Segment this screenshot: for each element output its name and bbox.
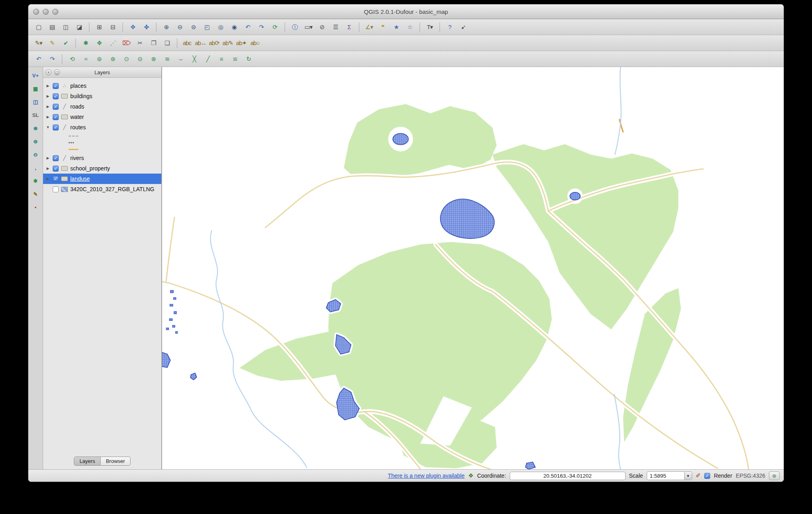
field-calculator-button[interactable]: Σ xyxy=(343,21,355,33)
layer-row-rivers[interactable]: rivers xyxy=(43,153,161,163)
move-label-button[interactable]: ab↔ xyxy=(194,37,207,49)
split-parts-button[interactable]: ╳ xyxy=(188,53,200,65)
layer-row-landuse[interactable]: landuse xyxy=(43,174,161,184)
layer-visibility-checkbox[interactable] xyxy=(53,114,59,120)
show-hidden-labels-button[interactable]: ab○ xyxy=(249,37,261,49)
merge-attributes-button[interactable]: ≌ xyxy=(229,53,241,65)
plugin-icon[interactable]: ❖ xyxy=(468,472,473,479)
labeling-button[interactable]: abc xyxy=(181,37,193,49)
zoom-full-button[interactable]: ◰ xyxy=(201,21,213,33)
move-feature-button[interactable]: ✥ xyxy=(93,37,105,49)
rotate-point-symbols-button[interactable]: ↻ xyxy=(242,53,255,65)
zoom-last-button[interactable]: ↶ xyxy=(242,21,254,33)
save-layer-edits-button[interactable]: ✔ xyxy=(59,37,72,49)
layer-row[interactable] xyxy=(43,132,161,139)
save-project-button[interactable]: ◫ xyxy=(59,21,72,33)
add-postgis-layer-button[interactable]: ◫ xyxy=(30,97,41,107)
redo-button[interactable]: ↷ xyxy=(46,53,58,65)
panel-close-button[interactable]: × xyxy=(46,69,51,75)
add-wfs-layer-button[interactable]: ⊝ xyxy=(30,149,41,160)
layer-row-3420c-2010-327-rgb-latlng[interactable]: 3420C_2010_327_RGB_LATLNG xyxy=(43,184,161,194)
expand-arrow-icon[interactable] xyxy=(46,177,50,181)
expand-arrow-icon[interactable] xyxy=(46,166,50,170)
remove-layer-button[interactable]: ▪ xyxy=(30,202,41,212)
coordinate-input[interactable] xyxy=(510,472,626,480)
crs-status-button[interactable]: ⊕ xyxy=(769,471,780,480)
add-ring-button[interactable]: ⊚ xyxy=(93,53,105,65)
add-oracle-layer-button[interactable]: ✎ xyxy=(30,189,41,199)
zoom-out-button[interactable]: ⊖ xyxy=(174,21,186,33)
layer-row-places[interactable]: places xyxy=(43,81,161,91)
fill-ring-button[interactable]: ⊙ xyxy=(120,53,133,65)
text-annotation-button[interactable]: T▾ xyxy=(424,21,436,33)
minimize-window-button[interactable] xyxy=(43,9,49,15)
layer-visibility-checkbox[interactable] xyxy=(53,93,59,99)
layer-visibility-checkbox[interactable] xyxy=(53,83,59,89)
add-wms-layer-button[interactable]: ⊛ xyxy=(30,123,41,133)
composer-manager-button[interactable]: ⊟ xyxy=(107,21,119,33)
paste-features-button[interactable]: ❏ xyxy=(161,37,173,49)
pin-labels-button[interactable]: ab✦ xyxy=(235,37,248,49)
layer-visibility-checkbox[interactable] xyxy=(53,166,59,172)
add-wcs-layer-button[interactable]: ⊚ xyxy=(30,136,41,146)
zoom-native-button[interactable]: ⊜ xyxy=(187,21,200,33)
current-edits-button[interactable]: ✎▾ xyxy=(32,37,45,49)
panel-tab-browser[interactable]: Browser xyxy=(101,457,131,466)
expand-arrow-icon[interactable] xyxy=(46,84,50,88)
offset-curve-button[interactable]: ≋ xyxy=(161,53,173,65)
whats-this-button[interactable]: ➹ xyxy=(457,21,469,33)
layer-row-routes[interactable]: routes xyxy=(43,122,161,132)
simplify-feature-button[interactable]: ≈ xyxy=(79,53,92,65)
render-paintbrush-icon[interactable]: ✐ xyxy=(696,472,701,479)
layer-visibility-checkbox[interactable] xyxy=(53,125,59,130)
zoom-to-layer-button[interactable]: ◉ xyxy=(228,21,240,33)
expand-arrow-icon[interactable] xyxy=(46,125,50,129)
layer-row[interactable] xyxy=(43,146,161,153)
titlebar[interactable]: QGIS 2.0.1-Dufour - basic_map xyxy=(28,4,784,19)
layer-visibility-checkbox[interactable] xyxy=(53,155,59,161)
plugin-available-link[interactable]: There is a new plugin available xyxy=(388,472,464,479)
refresh-map-button[interactable]: ⟳ xyxy=(269,21,281,33)
panel-float-button[interactable]: ◻ xyxy=(54,69,60,75)
add-feature-button[interactable]: ✱ xyxy=(79,37,92,49)
open-attribute-table-button[interactable]: ☰ xyxy=(329,21,342,33)
layer-row-roads[interactable]: roads xyxy=(43,101,161,112)
add-part-button[interactable]: ⊛ xyxy=(107,53,119,65)
help-button[interactable]: ? xyxy=(444,21,456,33)
expand-arrow-icon[interactable] xyxy=(46,105,50,109)
show-bookmarks-button[interactable]: ☆ xyxy=(404,21,416,33)
measure-button[interactable]: ∠▾ xyxy=(363,21,375,33)
cut-features-button[interactable]: ✂ xyxy=(134,37,146,49)
split-features-button[interactable]: ╱ xyxy=(202,53,214,65)
node-tool-button[interactable]: ⋰ xyxy=(107,37,119,49)
zoom-in-button[interactable]: ⊕ xyxy=(160,21,172,33)
zoom-window-button[interactable] xyxy=(52,9,58,15)
rotate-label-button[interactable]: ab⟳ xyxy=(208,37,220,49)
layer-row-water[interactable]: water xyxy=(43,112,161,122)
add-raster-layer-button[interactable]: ▦ xyxy=(30,83,41,94)
layer-row[interactable] xyxy=(43,139,161,146)
close-window-button[interactable] xyxy=(33,9,39,15)
new-bookmark-button[interactable]: ★ xyxy=(390,21,402,33)
rotate-feature-button[interactable]: ⟲ xyxy=(66,53,78,65)
expand-arrow-icon[interactable] xyxy=(46,94,50,98)
expand-arrow-icon[interactable] xyxy=(46,115,50,119)
layer-visibility-checkbox[interactable] xyxy=(53,104,59,110)
layer-visibility-checkbox[interactable] xyxy=(53,176,59,182)
new-project-button[interactable]: ▢ xyxy=(32,21,45,33)
delete-part-button[interactable]: ⊗ xyxy=(147,53,160,65)
zoom-to-selection-button[interactable]: ◎ xyxy=(214,21,227,33)
deselect-features-button[interactable]: ⊘ xyxy=(316,21,328,33)
add-vector-layer-button[interactable]: V+ xyxy=(30,70,41,81)
zoom-next-button[interactable]: ↷ xyxy=(255,21,267,33)
layer-row-school-property[interactable]: school_property xyxy=(43,163,161,174)
delete-ring-button[interactable]: ⊝ xyxy=(134,53,146,65)
scale-combo-arrow-icon[interactable]: ▾ xyxy=(684,472,692,480)
layer-visibility-checkbox[interactable] xyxy=(53,186,59,192)
panel-tab-layers[interactable]: Layers xyxy=(74,457,101,466)
add-spatialite-layer-button[interactable]: SL xyxy=(30,110,41,120)
identify-features-button[interactable]: ⓘ xyxy=(289,21,301,33)
toggle-editing-button[interactable]: ✎ xyxy=(46,37,58,49)
scale-combo[interactable]: 1:5895 ▾ xyxy=(647,471,692,480)
map-tips-button[interactable]: ❝ xyxy=(376,21,389,33)
